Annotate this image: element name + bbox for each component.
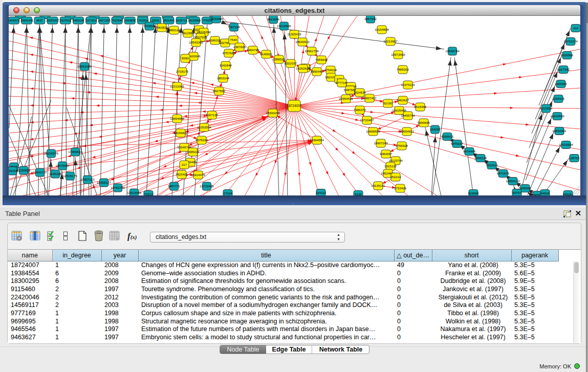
svg-text:93757: 93757: [512, 191, 521, 194]
svg-text:19384554: 19384554: [310, 138, 324, 142]
svg-text:7986372: 7986372: [354, 108, 366, 112]
svg-text:9937: 9937: [36, 19, 42, 22]
svg-text:8938913: 8938913: [441, 135, 454, 138]
svg-text:9227342: 9227342: [557, 68, 570, 71]
svg-text:9699695: 9699695: [418, 121, 430, 124]
svg-text:16120746: 16120746: [388, 159, 403, 162]
svg-text:16262615: 16262615: [296, 67, 310, 70]
svg-text:9474444: 9474444: [463, 149, 476, 153]
svg-text:1733426: 1733426: [394, 186, 407, 190]
svg-text:6794024: 6794024: [324, 68, 337, 72]
svg-text:10975857: 10975857: [55, 164, 70, 167]
svg-text:14136141: 14136141: [371, 184, 385, 187]
svg-text:8322037: 8322037: [285, 61, 297, 65]
svg-text:8267130: 8267130: [206, 113, 219, 117]
svg-text:1145191: 1145191: [49, 172, 61, 176]
svg-text:8471676: 8471676: [497, 171, 510, 175]
svg-text:11156829: 11156829: [17, 168, 31, 172]
svg-text:9146821: 9146821: [260, 52, 273, 56]
svg-text:16033809: 16033809: [209, 17, 224, 20]
svg-text:7955812: 7955812: [315, 58, 328, 61]
svg-text:10807457: 10807457: [362, 96, 377, 100]
svg-text:7546: 7546: [230, 38, 237, 41]
svg-text:8215958: 8215958: [540, 106, 553, 110]
svg-text:2935134: 2935134: [474, 156, 487, 160]
svg-text:7357224: 7357224: [228, 25, 241, 29]
svg-text:20206576: 20206576: [44, 151, 58, 155]
svg-text:15692991: 15692991: [552, 129, 567, 133]
svg-text:16914479: 16914479: [191, 173, 205, 177]
svg-text:7485003: 7485003: [397, 68, 409, 71]
svg-text:19654923: 19654923: [400, 129, 414, 133]
svg-text:8990443: 8990443: [311, 70, 323, 73]
svg-text:12942737: 12942737: [33, 170, 47, 174]
svg-text:164112: 164112: [316, 191, 326, 194]
svg-text:9090: 9090: [182, 56, 189, 60]
svg-text:17334: 17334: [223, 191, 232, 195]
svg-text:9329966: 9329966: [561, 53, 574, 57]
svg-text:252214: 252214: [390, 175, 401, 179]
svg-text:751554: 751554: [138, 19, 148, 22]
svg-text:20364436: 20364436: [339, 97, 353, 100]
svg-text:19166827: 19166827: [173, 131, 188, 135]
svg-text:3912954: 3912954: [182, 31, 194, 35]
svg-text:12213967: 12213967: [383, 39, 398, 43]
svg-text:2718176: 2718176: [176, 70, 189, 73]
svg-text:18300295: 18300295: [266, 111, 280, 115]
svg-text:111: 111: [573, 26, 578, 30]
svg-text:10782759: 10782759: [111, 186, 125, 189]
svg-text:12375115: 12375115: [401, 83, 415, 86]
svg-text:12923448: 12923448: [127, 191, 141, 194]
svg-text:1624534: 1624534: [354, 91, 366, 94]
svg-text:5578334: 5578334: [195, 138, 208, 142]
svg-text:7515546: 7515546: [112, 19, 123, 22]
svg-text:12505175: 12505175: [63, 174, 77, 178]
svg-text:9242848: 9242848: [220, 63, 232, 67]
svg-text:118753: 118753: [569, 156, 580, 160]
svg-text:94506: 94506: [540, 191, 550, 195]
svg-text:7632621: 7632621: [486, 163, 498, 167]
svg-text:10358127: 10358127: [97, 181, 111, 184]
svg-text:16961758: 16961758: [304, 49, 319, 53]
svg-text:9035712: 9035712: [176, 19, 187, 22]
svg-text:6466100: 6466100: [73, 19, 84, 22]
svg-text:15751074: 15751074: [563, 39, 578, 43]
svg-text:2367608: 2367608: [233, 45, 246, 49]
svg-text:19218506: 19218506: [277, 24, 291, 28]
svg-text:9463627: 9463627: [397, 98, 409, 102]
svg-text:10671355: 10671355: [98, 19, 111, 22]
svg-text:1615132: 1615132: [384, 164, 397, 168]
svg-text:13654988: 13654988: [170, 117, 184, 120]
svg-text:18495794: 18495794: [401, 114, 415, 117]
svg-text:7663822: 7663822: [156, 26, 168, 29]
svg-text:9518465: 9518465: [414, 105, 427, 108]
svg-text:1071914: 1071914: [85, 19, 97, 22]
svg-text:10543362: 10543362: [189, 40, 203, 44]
svg-text:10688609: 10688609: [366, 129, 380, 133]
svg-text:8660124: 8660124: [168, 28, 181, 32]
svg-text:8427552: 8427552: [213, 89, 226, 93]
svg-text:12213369: 12213369: [170, 84, 184, 88]
svg-text:16033809: 16033809: [188, 19, 201, 22]
svg-text:62190: 62190: [383, 101, 393, 105]
svg-text:8454749: 8454749: [247, 48, 259, 52]
svg-text:1588520: 1588520: [273, 57, 286, 61]
svg-text:17016504: 17016504: [559, 143, 573, 146]
svg-text:8813054: 8813054: [267, 17, 280, 21]
svg-text:1527602: 1527602: [60, 19, 71, 22]
svg-text:17359924: 17359924: [68, 150, 82, 154]
svg-text:9084067: 9084067: [380, 152, 393, 156]
svg-text:10973403: 10973403: [391, 53, 405, 56]
svg-text:8757685: 8757685: [223, 51, 235, 55]
svg-text:18724007: 18724007: [287, 104, 302, 107]
svg-text:9457771: 9457771: [168, 184, 181, 188]
svg-text:17957223: 17957223: [80, 178, 95, 181]
svg-text:72913: 72913: [144, 192, 153, 195]
svg-text:9756928: 9756928: [396, 144, 408, 147]
svg-text:6879197: 6879197: [451, 142, 464, 145]
svg-text:18640910: 18640910: [295, 40, 310, 43]
svg-text:1063809: 1063809: [124, 19, 136, 22]
svg-text:10654112: 10654112: [506, 179, 520, 183]
svg-text:7515546: 7515546: [143, 24, 156, 28]
svg-text:18907249: 18907249: [374, 141, 388, 145]
